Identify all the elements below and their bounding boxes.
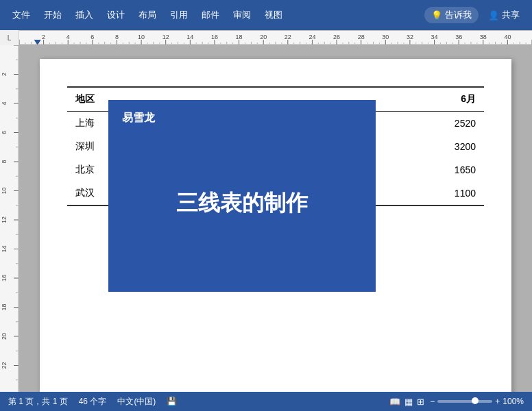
- zoom-slider[interactable]: [437, 400, 492, 403]
- overlay-title: 易雪龙: [122, 111, 362, 125]
- view-icons: 📖 ▦ ⊞: [389, 397, 424, 407]
- menu-home[interactable]: 开始: [37, 6, 69, 24]
- read-view-icon[interactable]: 📖: [389, 397, 400, 407]
- person-icon: 👤: [488, 10, 499, 21]
- lightbulb-icon: 💡: [431, 10, 442, 21]
- menu-design[interactable]: 设计: [100, 6, 132, 24]
- menubar-right: 💡 告诉我 👤 共享: [424, 7, 527, 23]
- horizontal-ruler: [19, 30, 532, 45]
- zoom-plus-button[interactable]: +: [495, 397, 500, 406]
- menu-layout[interactable]: 布局: [132, 6, 163, 24]
- language: 中文(中国): [117, 396, 156, 408]
- status-bar: 第 1 页，共 1 页 46 个字 中文(中国) 💾 📖 ▦ ⊞ − + 100…: [0, 392, 532, 411]
- word-count: 46 个字: [79, 396, 107, 408]
- share-button[interactable]: 👤 共享: [481, 7, 527, 23]
- statusbar-right: 📖 ▦ ⊞ − + 100%: [389, 397, 524, 407]
- blue-overlay: 易雪龙 三线表的制作: [108, 100, 376, 292]
- zoom-slider-thumb: [472, 397, 479, 404]
- menu-file[interactable]: 文件: [5, 6, 37, 24]
- menu-mail[interactable]: 邮件: [195, 6, 226, 24]
- ruler-label: L: [0, 30, 19, 45]
- save-icon: 💾: [167, 397, 177, 406]
- tell-me-label: 告诉我: [445, 9, 472, 21]
- menu-review[interactable]: 审阅: [226, 6, 258, 24]
- page-info: 第 1 页，共 1 页: [8, 396, 68, 408]
- overlay-main-text: 三线表的制作: [122, 125, 362, 281]
- zoom-minus-button[interactable]: −: [430, 397, 435, 406]
- document-canvas[interactable]: 地区 6月 上海 2520 深圳 3200: [19, 45, 532, 392]
- vertical-ruler: [0, 45, 19, 392]
- tell-me-button[interactable]: 💡 告诉我: [424, 7, 479, 23]
- menu-bar: 文件 开始 插入 设计 布局 引用 邮件 审阅 视图 💡 告诉我 👤 共享: [0, 0, 532, 30]
- document-page: 地区 6月 上海 2520 深圳 3200: [40, 59, 511, 392]
- main-area: 地区 6月 上海 2520 深圳 3200: [0, 45, 532, 392]
- zoom-level: 100%: [503, 397, 524, 406]
- print-view-icon[interactable]: ▦: [404, 397, 413, 407]
- share-label: 共享: [502, 9, 520, 21]
- menu-view[interactable]: 视图: [258, 6, 289, 24]
- menu-references[interactable]: 引用: [163, 6, 195, 24]
- ruler-top-container: L: [0, 30, 532, 45]
- web-view-icon[interactable]: ⊞: [417, 397, 424, 407]
- zoom-control: − + 100%: [430, 397, 524, 406]
- menu-insert[interactable]: 插入: [69, 6, 100, 24]
